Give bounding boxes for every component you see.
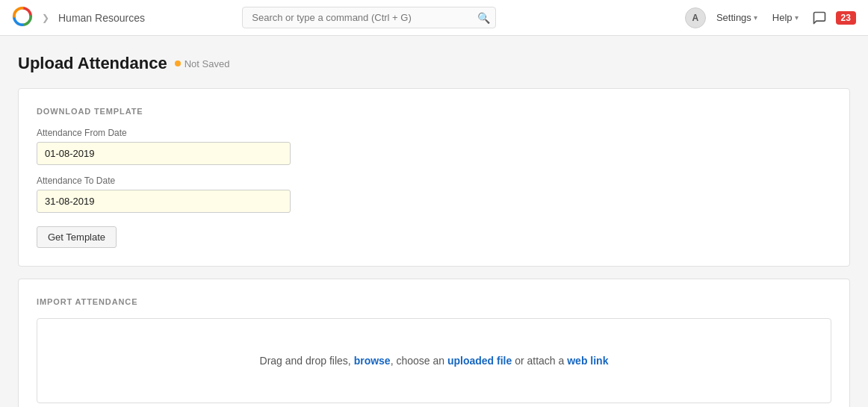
uploaded-file-link[interactable]: uploaded file (447, 355, 512, 367)
download-template-section: DOWNLOAD TEMPLATE Attendance From Date A… (18, 88, 850, 267)
breadcrumb-chevron: ❯ (42, 13, 49, 23)
page-content: Upload Attendance Not Saved DOWNLOAD TEM… (0, 36, 868, 407)
drop-zone-text-middle: , choose an (391, 355, 447, 367)
to-date-field-group: Attendance To Date (37, 175, 831, 213)
not-saved-badge: Not Saved (175, 58, 230, 69)
to-date-input[interactable] (37, 190, 291, 213)
page-title-row: Upload Attendance Not Saved (18, 54, 850, 73)
help-button[interactable]: Help ▾ (768, 9, 803, 26)
not-saved-label: Not Saved (185, 58, 230, 69)
search-container: 🔍 (242, 7, 496, 28)
get-template-button[interactable]: Get Template (37, 226, 117, 248)
topnav: ❯ Human Resources 🔍 A Settings ▾ Help ▾ … (0, 0, 868, 36)
download-template-section-label: DOWNLOAD TEMPLATE (37, 107, 831, 116)
from-date-label: Attendance From Date (37, 128, 831, 138)
breadcrumb-label[interactable]: Human Resources (58, 12, 145, 24)
search-input[interactable] (242, 7, 496, 28)
avatar[interactable]: A (685, 7, 706, 28)
drop-zone[interactable]: Drag and drop files, browse, choose an u… (37, 318, 831, 403)
to-date-label: Attendance To Date (37, 175, 831, 186)
drop-zone-text-after: or attach a (512, 355, 567, 367)
settings-label: Settings (716, 12, 751, 23)
not-saved-dot-icon (175, 60, 181, 66)
settings-button[interactable]: Settings ▾ (712, 9, 762, 26)
import-attendance-section: IMPORT ATTENDANCE Drag and drop files, b… (18, 279, 850, 407)
app-logo[interactable] (12, 6, 33, 29)
import-attendance-section-label: IMPORT ATTENDANCE (37, 297, 831, 306)
help-label: Help (772, 12, 793, 23)
help-caret-icon: ▾ (795, 13, 799, 22)
chat-button[interactable] (809, 7, 830, 28)
from-date-field-group: Attendance From Date (37, 128, 831, 165)
drop-zone-text-before: Drag and drop files, (260, 355, 354, 367)
search-icon: 🔍 (477, 12, 490, 24)
settings-caret-icon: ▾ (754, 13, 757, 22)
page-title: Upload Attendance (18, 54, 167, 73)
notification-badge[interactable]: 23 (836, 11, 856, 25)
web-link[interactable]: web link (567, 355, 608, 367)
browse-link[interactable]: browse (354, 355, 391, 367)
topnav-right: A Settings ▾ Help ▾ 23 (685, 7, 856, 28)
from-date-input[interactable] (37, 142, 291, 165)
